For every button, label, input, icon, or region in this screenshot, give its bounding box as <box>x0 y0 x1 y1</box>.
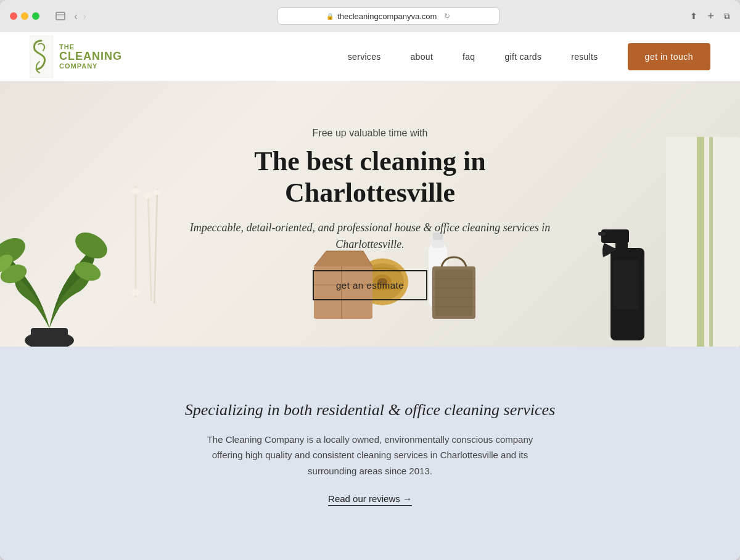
below-hero-title: Specializing in both residential & offic… <box>185 401 556 419</box>
svg-line-15 <box>151 189 160 303</box>
back-icon[interactable]: ‹ <box>74 10 78 23</box>
svg-rect-34 <box>613 260 639 310</box>
hero-content: Free up valuable time with The best clea… <box>160 115 580 313</box>
maximize-button[interactable] <box>32 12 39 20</box>
url-text: thecleaningcompanyva.com <box>337 12 437 21</box>
browser-content: THE CLEANING COMPANY services about faq … <box>0 32 740 560</box>
svg-rect-47 <box>697 137 704 347</box>
below-hero-section: Specializing in both residential & offic… <box>0 347 740 560</box>
svg-rect-0 <box>56 12 65 20</box>
tabs-overview-icon[interactable]: ⧉ <box>724 11 730 22</box>
browser-window: ‹ › 🔒 thecleaningcompanyva.com ↻ ⬆ + ⧉ <box>0 0 740 560</box>
reload-icon[interactable]: ↻ <box>444 12 450 20</box>
website: THE CLEANING COMPANY services about faq … <box>0 32 740 560</box>
lock-icon: 🔒 <box>326 13 334 20</box>
svg-rect-4 <box>31 328 68 347</box>
new-tab-icon[interactable]: + <box>707 10 714 23</box>
get-in-touch-button[interactable]: get in touch <box>628 43 710 70</box>
nav-gift-cards[interactable]: gift cards <box>504 52 541 62</box>
get-estimate-button[interactable]: get an estimate <box>313 270 427 300</box>
svg-point-14 <box>143 192 154 199</box>
logo-line3: COMPANY <box>59 62 122 70</box>
hero-section: Free up valuable time with The best clea… <box>0 81 740 347</box>
svg-rect-32 <box>601 229 629 243</box>
address-bar[interactable]: 🔒 thecleaningcompanyva.com ↻ <box>278 7 500 25</box>
address-bar-wrapper: 🔒 thecleaningcompanyva.com ↻ <box>94 7 683 25</box>
hero-description: Impeccable, detail-oriented, and profess… <box>173 220 567 253</box>
close-button[interactable] <box>10 12 17 20</box>
svg-point-11 <box>131 188 141 194</box>
traffic-lights <box>10 12 39 20</box>
read-reviews-link[interactable]: Read our reviews → <box>328 493 412 506</box>
hero-title: The best cleaning in Charlottesville <box>173 146 567 208</box>
svg-rect-2 <box>30 36 53 78</box>
nav-links: services about faq gift cards results ge… <box>348 43 710 70</box>
spray-bottle <box>592 199 654 347</box>
browser-actions: ⬆ + ⧉ <box>690 10 730 23</box>
share-icon[interactable]: ⬆ <box>690 11 697 21</box>
nav-services[interactable]: services <box>348 52 381 62</box>
logo-icon <box>30 36 53 78</box>
logo-text: THE CLEANING COMPANY <box>59 43 122 70</box>
nav-results[interactable]: results <box>571 52 598 62</box>
nav-about[interactable]: about <box>411 52 434 62</box>
browser-titlebar: ‹ › 🔒 thecleaningcompanyva.com ↻ ⬆ + ⧉ <box>0 0 740 32</box>
nav-faq[interactable]: faq <box>462 52 475 62</box>
logo-line1: THE <box>59 43 122 51</box>
svg-point-12 <box>131 289 141 295</box>
browser-navigation: ‹ › <box>52 10 86 23</box>
svg-rect-33 <box>598 232 606 236</box>
tabs-icon[interactable] <box>52 10 69 22</box>
logo: THE CLEANING COMPANY <box>30 36 122 78</box>
hero-subtitle: Free up valuable time with <box>173 128 567 139</box>
below-hero-description: The Cleaning Company is a locally owned,… <box>204 432 536 479</box>
navbar: THE CLEANING COMPANY services about faq … <box>0 32 740 81</box>
forward-icon[interactable]: › <box>83 10 86 23</box>
plant-decoration <box>0 180 111 347</box>
minimize-button[interactable] <box>21 12 28 20</box>
striped-cloth <box>660 137 740 347</box>
logo-line2: CLEANING <box>59 51 122 63</box>
svg-rect-48 <box>709 137 713 347</box>
